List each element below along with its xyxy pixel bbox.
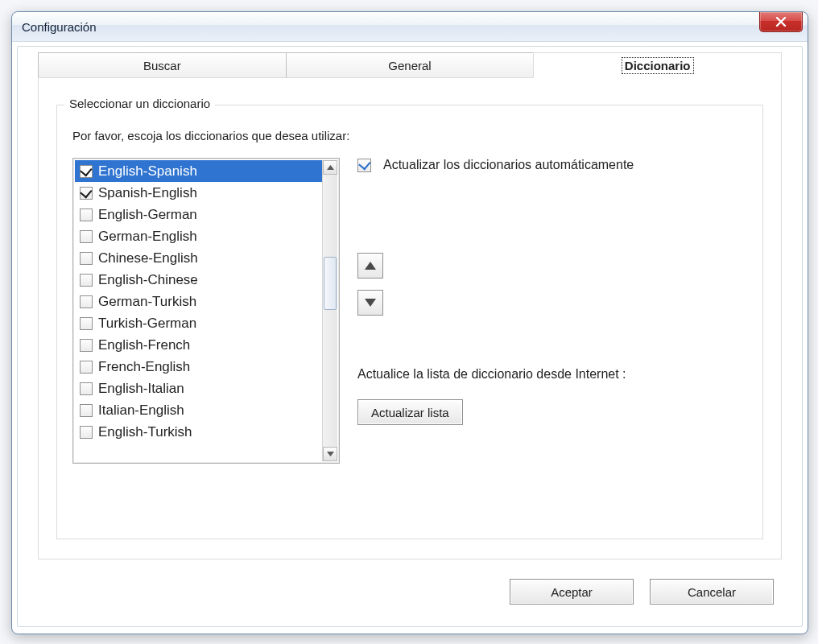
list-item-label: Chinese-English <box>98 250 198 266</box>
list-item[interactable]: German-English <box>75 225 323 247</box>
update-from-internet-label: Actualice la lista de diccionario desde … <box>357 367 626 382</box>
update-list-button[interactable]: Actualizar lista <box>357 399 463 425</box>
close-button[interactable] <box>759 12 803 32</box>
scroll-track[interactable] <box>323 175 337 447</box>
columns: English-SpanishSpanish-EnglishEnglish-Ge… <box>72 158 747 523</box>
tab-buscar[interactable]: Buscar <box>38 52 287 78</box>
titlebar: Configuración <box>12 12 808 42</box>
list-item-label: Italian-English <box>98 402 184 419</box>
ok-button-label: Aceptar <box>551 585 593 599</box>
checkbox-icon[interactable] <box>80 252 93 265</box>
list-item[interactable]: English-Turkish <box>75 421 323 443</box>
checkbox-icon[interactable] <box>80 208 93 221</box>
list-item[interactable]: English-Chinese <box>75 269 323 291</box>
tab-label: Buscar <box>143 59 181 72</box>
list-item-label: French-English <box>98 359 190 375</box>
list-scrollbar[interactable] <box>322 160 337 461</box>
list-item-label: English-French <box>98 337 190 353</box>
list-item[interactable]: Italian-English <box>75 399 323 421</box>
triangle-up-icon <box>327 165 334 170</box>
scroll-down-button[interactable] <box>323 447 337 461</box>
checkbox-icon[interactable] <box>80 361 93 374</box>
dictionary-listbox[interactable]: English-SpanishSpanish-EnglishEnglish-Ge… <box>72 158 340 464</box>
list-item-label: English-Spanish <box>98 163 197 180</box>
window-buttons <box>759 12 803 32</box>
reorder-buttons <box>357 253 383 316</box>
list-item-label: English-Chinese <box>98 272 198 288</box>
window-title: Configuración <box>22 20 97 34</box>
checkbox-icon[interactable] <box>80 274 93 287</box>
list-item-label: Turkish-German <box>98 316 196 332</box>
dictionary-list-wrap: English-SpanishSpanish-EnglishEnglish-Ge… <box>72 158 340 464</box>
checkbox-icon[interactable] <box>80 339 93 352</box>
triangle-down-icon <box>365 299 376 307</box>
config-dialog: Configuración BuscarGeneralDiccionario S… <box>11 11 808 634</box>
checkbox-icon[interactable] <box>80 382 93 395</box>
list-item[interactable]: French-English <box>75 356 323 378</box>
dictionary-group: Seleccionar un diccionario Por favor, es… <box>56 97 763 539</box>
checkbox-icon[interactable] <box>80 165 93 178</box>
checkbox-icon[interactable] <box>80 404 93 417</box>
dialog-footer: Aceptar Cancelar <box>510 579 774 605</box>
checkbox-icon[interactable] <box>80 426 93 439</box>
scroll-thumb[interactable] <box>324 257 337 310</box>
update-list-button-label: Actualizar lista <box>371 406 449 419</box>
list-item-label: German-English <box>98 229 197 245</box>
instruction-text: Por favor, escoja los diccionarios que d… <box>72 129 747 142</box>
list-item-label: English-German <box>98 207 197 223</box>
list-item[interactable]: English-French <box>75 334 323 356</box>
list-item-label: English-Italian <box>98 381 184 397</box>
move-down-button[interactable] <box>357 290 383 316</box>
triangle-up-icon <box>365 262 376 270</box>
dictionary-list-inner: English-SpanishSpanish-EnglishEnglish-Ge… <box>75 160 323 461</box>
checkbox-icon[interactable] <box>80 317 93 330</box>
ok-button[interactable]: Aceptar <box>510 579 634 605</box>
list-item-label: English-Turkish <box>98 424 192 440</box>
tab-diccionario[interactable]: Diccionario <box>533 52 782 78</box>
right-column: Actualizar los diccionarios automáticame… <box>357 158 747 523</box>
list-item[interactable]: Turkish-German <box>75 312 323 334</box>
auto-update-label: Actualizar los diccionarios automáticame… <box>383 158 634 172</box>
auto-update-checkbox[interactable]: Actualizar los diccionarios automáticame… <box>357 158 747 172</box>
cancel-button-label: Cancelar <box>688 585 736 599</box>
triangle-down-icon <box>327 452 334 456</box>
list-item[interactable]: Spanish-English <box>75 182 323 204</box>
list-item[interactable]: English-Italian <box>75 378 323 399</box>
checkbox-icon[interactable] <box>80 187 93 200</box>
tab-strip: BuscarGeneralDiccionario <box>38 52 782 77</box>
group-legend: Seleccionar un diccionario <box>64 97 215 110</box>
group-inner: Por favor, escoja los diccionarios que d… <box>72 129 747 523</box>
tab-label: Diccionario <box>623 59 692 72</box>
cancel-button[interactable]: Cancelar <box>650 579 774 605</box>
close-icon <box>775 17 787 27</box>
list-item[interactable]: English-German <box>75 204 323 225</box>
list-item[interactable]: German-Turkish <box>75 291 323 312</box>
list-item-label: Spanish-English <box>98 185 197 201</box>
tab-label: General <box>388 59 431 72</box>
tab-panel: BuscarGeneralDiccionario Seleccionar un … <box>38 75 782 559</box>
checkbox-icon[interactable] <box>80 295 93 308</box>
scroll-up-button[interactable] <box>323 160 337 175</box>
list-item[interactable]: Chinese-English <box>75 247 323 269</box>
list-item[interactable]: English-Spanish <box>75 160 323 182</box>
checkbox-icon[interactable] <box>80 230 93 243</box>
tab-general[interactable]: General <box>286 52 535 78</box>
client-area: BuscarGeneralDiccionario Seleccionar un … <box>20 49 799 622</box>
list-item-label: German-Turkish <box>98 294 196 310</box>
checkbox-icon <box>357 159 371 172</box>
move-up-button[interactable] <box>357 253 383 279</box>
